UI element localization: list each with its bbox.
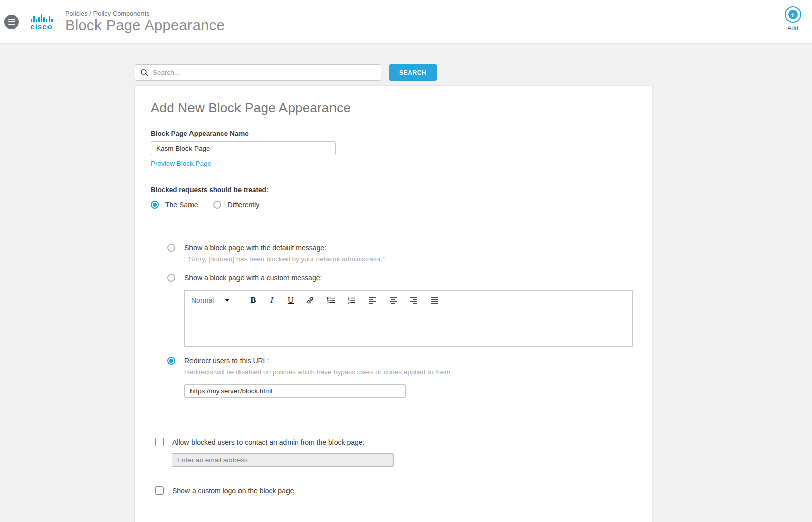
format-dropdown-value: Normal <box>191 296 214 304</box>
option-default-message-subtext: " Sorry, [domain] has been blocked by yo… <box>184 255 620 263</box>
add-button[interactable]: + Add <box>782 6 804 32</box>
option-default-message-label: Show a block page with the default messa… <box>184 244 326 252</box>
app-header: cisco Policies / Policy Components Block… <box>0 0 812 44</box>
block-page-options-box: Show a block page with the default messa… <box>152 228 636 415</box>
breadcrumb[interactable]: Policies / Policy Components <box>65 10 225 17</box>
radio-option-differently[interactable]: Differently <box>213 201 260 209</box>
card-title: Add New Block Page Appearance <box>151 100 637 116</box>
treated-label: Blocked requests should be treated: <box>151 186 637 194</box>
option-custom-message[interactable]: Show a block page with a custom message: <box>167 274 620 282</box>
custom-logo-label: Show a custom logo on the block page. <box>172 487 296 495</box>
cisco-logo-bars-icon <box>31 13 53 22</box>
block-page-name-input[interactable] <box>151 141 336 155</box>
radio-the-same[interactable] <box>151 201 159 209</box>
radio-option-the-same[interactable]: The Same <box>151 201 198 209</box>
option-redirect-url-subtext: Redirects will be disabled on policies w… <box>184 368 620 376</box>
contact-admin-label: Allow blocked users to contact an admin … <box>172 438 365 446</box>
redirect-url-input[interactable] <box>184 384 406 398</box>
bold-icon[interactable]: B <box>248 294 258 306</box>
add-circle-icon: + <box>785 6 801 23</box>
page-title: Block Page Appearance <box>65 18 225 34</box>
align-right-icon[interactable] <box>408 294 420 306</box>
underline-icon[interactable]: U <box>285 294 296 306</box>
link-icon[interactable] <box>304 294 316 306</box>
name-field-label: Block Page Appearance Name <box>151 130 637 137</box>
radio-differently-label: Differently <box>228 201 260 209</box>
option-redirect-url[interactable]: Redirect users to this URL: <box>167 357 620 365</box>
search-input[interactable] <box>153 69 376 76</box>
radio-redirect-url[interactable] <box>167 357 175 365</box>
radio-default-message[interactable] <box>167 244 175 252</box>
contact-admin-checkbox[interactable] <box>155 438 164 446</box>
custom-message-editor: Normal B I U <box>184 290 633 347</box>
add-button-label: Add <box>782 25 804 32</box>
bullet-list-icon[interactable] <box>325 294 337 306</box>
chevron-down-icon <box>225 299 230 302</box>
contact-admin-row[interactable]: Allow blocked users to contact an admin … <box>155 438 637 446</box>
search-button[interactable]: SEARCH <box>389 64 437 81</box>
search-row: SEARCH <box>135 64 812 81</box>
custom-logo-row[interactable]: Show a custom logo on the block page. <box>155 486 637 495</box>
option-redirect-url-label: Redirect users to this URL: <box>184 357 269 365</box>
radio-differently[interactable] <box>213 201 221 209</box>
header-titles: Policies / Policy Components Block Page … <box>65 10 225 34</box>
svg-text:3: 3 <box>348 301 349 304</box>
custom-message-editor-body[interactable] <box>185 310 632 346</box>
search-box <box>135 64 381 81</box>
checkbox-section: Allow blocked users to contact an admin … <box>151 438 637 495</box>
option-default-message[interactable]: Show a block page with the default messa… <box>167 244 620 252</box>
search-icon <box>140 69 149 77</box>
cisco-logo: cisco <box>27 13 56 30</box>
custom-logo-checkbox[interactable] <box>155 486 164 495</box>
radio-the-same-label: The Same <box>165 201 198 209</box>
treated-radio-group: The Same Differently <box>151 201 637 209</box>
italic-icon[interactable]: I <box>267 294 277 306</box>
hamburger-icon <box>8 19 15 20</box>
option-custom-message-label: Show a block page with a custom message: <box>184 274 322 282</box>
editor-toolbar: Normal B I U <box>185 291 632 310</box>
preview-block-page-link[interactable]: Preview Block Page <box>151 160 211 167</box>
cisco-logo-wordmark: cisco <box>30 23 52 30</box>
hamburger-menu-button[interactable] <box>4 15 19 29</box>
align-center-icon[interactable] <box>387 294 399 306</box>
align-justify-icon[interactable] <box>428 294 441 306</box>
plus-icon: + <box>788 10 798 19</box>
ordered-list-icon[interactable]: 1 2 3 <box>346 294 358 306</box>
treated-section: Blocked requests should be treated: The … <box>151 186 637 209</box>
align-left-icon[interactable] <box>366 294 378 306</box>
add-block-page-card: Add New Block Page Appearance Block Page… <box>135 85 653 522</box>
radio-custom-message[interactable] <box>167 274 175 282</box>
format-dropdown[interactable]: Normal <box>191 296 240 304</box>
admin-email-input <box>172 453 394 467</box>
main-content: SEARCH Add New Block Page Appearance Blo… <box>0 44 812 522</box>
